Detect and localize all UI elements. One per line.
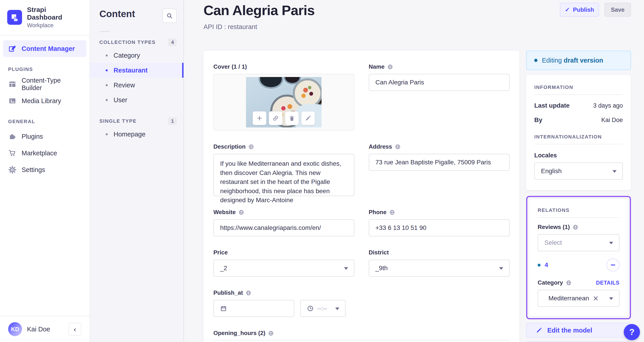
pencil-icon bbox=[536, 327, 542, 334]
sidebar-item-label: Plugins bbox=[22, 133, 43, 140]
information-panel: INFORMATION Last update 3 days ago By Ka… bbox=[526, 75, 631, 190]
nav-section-plugins: PLUGINS bbox=[0, 66, 90, 72]
sidebar-item-label: Content-Type Builder bbox=[22, 77, 82, 92]
relations-title: RELATIONS bbox=[538, 207, 620, 213]
details-link[interactable]: DETAILS bbox=[596, 280, 620, 286]
cover-field bbox=[214, 74, 354, 131]
reviews-select[interactable]: Select bbox=[538, 234, 620, 251]
bullet-icon bbox=[106, 133, 108, 135]
add-media-button[interactable] bbox=[252, 111, 266, 125]
publish-time-input[interactable]: --:-- bbox=[300, 300, 346, 317]
chevron-down-icon bbox=[499, 267, 503, 270]
name-input[interactable]: Can Alegria Paris bbox=[369, 74, 510, 91]
api-id: API ID : restaurant bbox=[204, 23, 314, 31]
subnav-item-homepage[interactable]: Homepage bbox=[90, 127, 184, 142]
name-label: Name bbox=[369, 63, 510, 70]
bullet-icon bbox=[106, 84, 108, 86]
divider bbox=[538, 217, 620, 218]
description-textarea[interactable]: If you like Mediterranean and exotic dis… bbox=[214, 154, 354, 196]
edit-form-card: Cover (1 / 1) bbox=[204, 51, 520, 342]
subnav-item-category[interactable]: Category bbox=[90, 48, 184, 63]
bullet-icon bbox=[106, 99, 108, 101]
app-title: Strapi Dashboard bbox=[27, 6, 82, 21]
internationalization-title: INTERNATIONALIZATION bbox=[534, 134, 623, 140]
address-input[interactable]: 73 rue Jean Baptiste Pigalle, 75009 Pari… bbox=[369, 154, 510, 171]
puzzle-icon bbox=[8, 132, 17, 141]
price-select[interactable]: _2 bbox=[214, 260, 354, 277]
main-sidebar: Strapi Dashboard Workplace Content Manag… bbox=[0, 0, 90, 342]
description-label: Description bbox=[214, 143, 354, 150]
publish-date-input[interactable] bbox=[214, 300, 294, 317]
globe-icon bbox=[387, 64, 393, 70]
workspace-name: Workplace bbox=[27, 22, 82, 29]
delete-media-button[interactable] bbox=[285, 111, 299, 125]
relation-item-row: 4 bbox=[538, 258, 620, 272]
website-input[interactable]: https://www.canalegriaparis.com/en/ bbox=[214, 219, 354, 236]
sidebar-item-marketplace[interactable]: Marketplace bbox=[3, 145, 86, 161]
district-select[interactable]: _9th bbox=[369, 260, 510, 277]
sidebar-footer: KD Kai Doe ‹ bbox=[0, 316, 90, 342]
collapse-sidebar-button[interactable]: ‹ bbox=[68, 323, 82, 336]
subnav-item-label: Homepage bbox=[114, 131, 146, 138]
locale-select[interactable]: English bbox=[534, 162, 623, 180]
edit-model-button[interactable]: Edit the model bbox=[526, 323, 631, 338]
phone-input[interactable]: +33 6 13 10 51 90 bbox=[369, 219, 510, 236]
relations-panel: RELATIONS Reviews (1) Select bbox=[530, 199, 628, 316]
by-row: By Kai Doe bbox=[534, 116, 623, 124]
save-button[interactable]: Save bbox=[604, 3, 631, 17]
divider bbox=[534, 94, 623, 95]
help-button[interactable]: ? bbox=[624, 324, 640, 340]
cover-image[interactable] bbox=[246, 77, 322, 127]
category-label: Category bbox=[538, 279, 572, 286]
clock-icon bbox=[307, 305, 314, 312]
subnav-item-label: Category bbox=[114, 52, 140, 59]
locales-label: Locales bbox=[534, 152, 623, 159]
subnav-item-label: Review bbox=[114, 82, 135, 89]
globe-icon bbox=[246, 290, 252, 296]
edit-media-button[interactable] bbox=[301, 111, 315, 125]
sidebar-item-media-library[interactable]: Media Library bbox=[3, 93, 86, 109]
check-icon: ✓ bbox=[565, 6, 570, 13]
reviews-label: Reviews (1) bbox=[538, 224, 620, 231]
sidebar-item-settings[interactable]: Settings bbox=[3, 161, 86, 178]
publish-button[interactable]: ✓ Publish bbox=[560, 3, 599, 17]
collection-types-count-badge: 4 bbox=[168, 39, 177, 46]
subnav-item-restaurant[interactable]: Restaurant bbox=[90, 63, 184, 78]
globe-icon bbox=[389, 209, 395, 215]
right-panel: Editing draft version INFORMATION Last u… bbox=[526, 51, 631, 342]
opening-hours-row-sun: Sun bbox=[214, 341, 509, 342]
chevron-down-icon bbox=[609, 297, 613, 300]
district-label: District bbox=[369, 249, 510, 256]
relation-item-link[interactable]: 4 bbox=[544, 261, 548, 269]
chevron-down-icon bbox=[609, 242, 613, 244]
subnav-title: Content bbox=[100, 9, 135, 19]
relations-highlight-box: RELATIONS Reviews (1) Select bbox=[526, 196, 631, 319]
status-dot-icon bbox=[534, 59, 538, 62]
strapi-app: Strapi Dashboard Workplace Content Manag… bbox=[0, 0, 644, 342]
group-label-collection-types: COLLECTION TYPES bbox=[100, 39, 156, 45]
content-subnav: Content COLLECTION TYPES 4 Category Rest… bbox=[90, 0, 184, 342]
sidebar-item-content-manager[interactable]: Content Manager bbox=[3, 40, 86, 57]
porridge-bowl-right bbox=[293, 78, 322, 108]
sidebar-item-label: Content Manager bbox=[22, 45, 75, 53]
opening-hours-label: Opening_hours (2) bbox=[214, 330, 510, 336]
subnav-item-label: User bbox=[114, 96, 127, 104]
information-title: INFORMATION bbox=[534, 84, 623, 90]
sidebar-item-content-type-builder[interactable]: Content-Type Builder bbox=[3, 76, 86, 93]
page-header: Can Alegria Paris API ID : restaurant ✓ … bbox=[204, 0, 631, 51]
page-title: Can Alegria Paris bbox=[204, 2, 314, 18]
clear-category-icon[interactable]: × bbox=[593, 294, 598, 303]
subnav-item-review[interactable]: Review bbox=[90, 78, 184, 93]
remove-relation-button[interactable] bbox=[606, 258, 620, 272]
cover-label: Cover (1 / 1) bbox=[214, 63, 354, 70]
brand-header[interactable]: Strapi Dashboard Workplace bbox=[0, 0, 90, 35]
sidebar-item-plugins[interactable]: Plugins bbox=[3, 128, 86, 145]
search-button[interactable] bbox=[162, 9, 177, 23]
avatar[interactable]: KD bbox=[8, 322, 22, 336]
globe-icon bbox=[268, 330, 274, 336]
opening-hours-component: Sun Tue - Sat bbox=[214, 340, 510, 342]
category-select[interactable]: Mediterranean × bbox=[538, 290, 620, 307]
globe-icon bbox=[572, 224, 578, 230]
subnav-item-user[interactable]: User bbox=[90, 93, 184, 107]
copy-link-button[interactable] bbox=[269, 111, 283, 125]
